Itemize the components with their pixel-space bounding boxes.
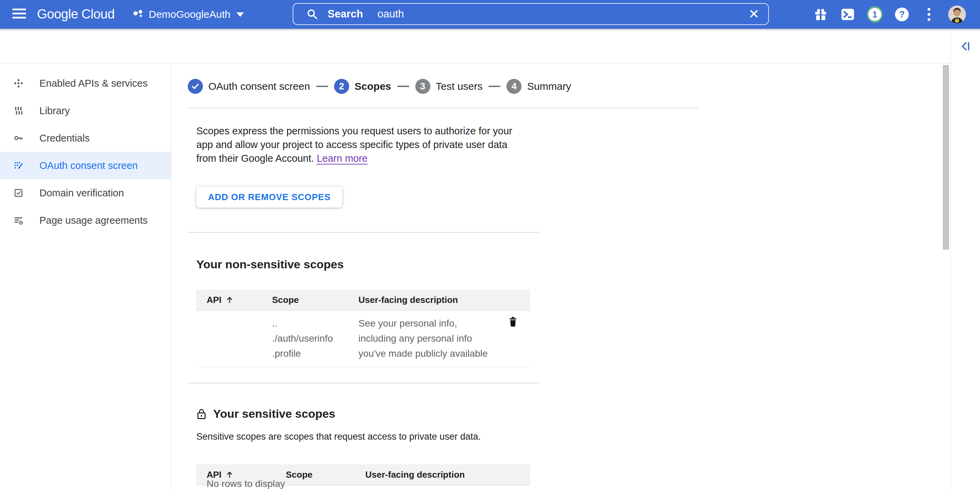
chevron-down-icon (236, 12, 244, 17)
cloud-shell-icon[interactable] (840, 6, 856, 22)
search-input[interactable]: Search oauth ✕ (293, 3, 769, 25)
cell-api (196, 311, 262, 367)
sidebar-item-label: Domain verification (40, 188, 124, 199)
column-api-sortable[interactable]: API (196, 295, 262, 305)
topbar-actions: 1 ? (813, 0, 966, 29)
sensitive-scopes-header: Your sensitive scopes (195, 407, 336, 421)
right-rail (951, 29, 980, 489)
checkbox-icon (13, 188, 24, 198)
sidebar-item-label: Library (40, 105, 70, 116)
wizard-stepper: OAuth consent screen 2 Scopes 3 Test use… (188, 79, 571, 94)
sort-ascending-icon (226, 296, 234, 304)
project-icon (132, 9, 143, 20)
stepper-divider (188, 108, 698, 108)
google-cloud-console: Google Cloud DemoGoogleAuth Search oauth… (0, 0, 980, 489)
delete-scope-button[interactable] (506, 315, 520, 329)
menu-icon[interactable] (12, 9, 26, 20)
lock-icon (195, 408, 208, 420)
sidebar-item-oauth-consent-screen[interactable]: OAuth consent screen (0, 152, 171, 179)
topbar-shadow (0, 29, 980, 31)
table-row: .. ./auth/userinfo .profile See your per… (196, 311, 530, 367)
more-options-icon[interactable] (921, 6, 937, 22)
non-sensitive-scopes-table: API Scope User-facing description .. ./a… (196, 290, 530, 367)
notifications-badge[interactable]: 1 (867, 6, 883, 22)
agreements-gear-icon (13, 215, 24, 226)
step-number-2[interactable]: 2 (334, 79, 349, 94)
column-scope[interactable]: Scope (275, 470, 355, 480)
step-scopes[interactable]: Scopes (355, 81, 391, 92)
notification-count: 1 (868, 8, 881, 21)
non-sensitive-scopes-title: Your non-sensitive scopes (196, 258, 344, 271)
step-oauth-consent-screen[interactable]: OAuth consent screen (208, 81, 310, 92)
top-navigation-bar: Google Cloud DemoGoogleAuth Search oauth… (0, 0, 980, 29)
step-connector (398, 86, 409, 87)
section-divider (188, 383, 539, 384)
sidebar-item-domain-verification[interactable]: Domain verification (0, 179, 171, 207)
notification-ring: 1 (867, 6, 883, 22)
free-trial-gift-icon[interactable] (813, 6, 829, 22)
sidebar-item-label: Credentials (40, 132, 90, 144)
step-connector (488, 86, 500, 87)
section-divider (188, 232, 539, 233)
sidebar-item-label: Enabled APIs & services (40, 78, 148, 89)
sensitive-scopes-subtitle: Sensitive scopes are scopes that request… (196, 432, 481, 442)
sensitive-scopes-title: Your sensitive scopes (213, 407, 336, 421)
sort-ascending-icon (226, 470, 234, 479)
search-query-text: oauth (377, 8, 404, 20)
sidebar-item-enabled-apis[interactable]: Enabled APIs & services (0, 70, 171, 97)
sidebar-item-library[interactable]: Library (0, 97, 171, 124)
learn-more-link[interactable]: Learn more (317, 153, 368, 164)
sidebar-item-credentials[interactable]: Credentials (0, 124, 171, 152)
scopes-description: Scopes express the permissions you reque… (196, 124, 527, 165)
project-selector[interactable]: DemoGoogleAuth (132, 5, 244, 23)
step-test-users[interactable]: Test users (436, 81, 483, 92)
help-icon[interactable]: ? (894, 6, 910, 22)
step-connector (316, 86, 328, 87)
step-check-icon[interactable] (188, 79, 203, 94)
google-cloud-logo[interactable]: Google Cloud (37, 7, 115, 22)
step-number-3[interactable]: 3 (415, 79, 430, 94)
cell-description: See your personal info, including any pe… (348, 311, 495, 367)
vertical-scrollbar[interactable] (943, 65, 949, 250)
step-number-4[interactable]: 4 (506, 79, 522, 94)
project-name: DemoGoogleAuth (149, 9, 230, 20)
column-user-facing-description[interactable]: User-facing description (355, 470, 530, 480)
empty-table-message: No rows to display (207, 478, 285, 489)
step-summary[interactable]: Summary (527, 81, 571, 92)
panel-collapse-icon[interactable] (959, 40, 972, 53)
library-icon (13, 105, 24, 116)
column-api-label: API (207, 295, 221, 305)
oauth-consent-icon (13, 160, 24, 171)
sidebar-nav: Enabled APIs & services Library (0, 64, 171, 489)
search-label: Search (328, 8, 363, 20)
add-or-remove-scopes-button[interactable]: ADD OR REMOVE SCOPES (196, 186, 342, 208)
user-avatar[interactable] (948, 5, 966, 23)
column-user-facing-description[interactable]: User-facing description (348, 295, 495, 305)
sidebar-item-label: OAuth consent screen (40, 160, 138, 171)
sidebar-item-label: Page usage agreements (40, 215, 148, 226)
key-icon (13, 132, 24, 143)
enabled-apis-icon (13, 78, 24, 89)
search-icon (306, 8, 318, 20)
sidebar-item-page-usage-agreements[interactable]: Page usage agreements (0, 207, 171, 234)
app-header-row: API APIs & Services Edit app registratio… (0, 29, 980, 64)
table-header: API Scope User-facing description (196, 290, 530, 311)
cell-scope: .. ./auth/userinfo .profile (262, 311, 348, 367)
column-scope[interactable]: Scope (262, 295, 348, 305)
clear-search-icon[interactable]: ✕ (748, 6, 759, 22)
